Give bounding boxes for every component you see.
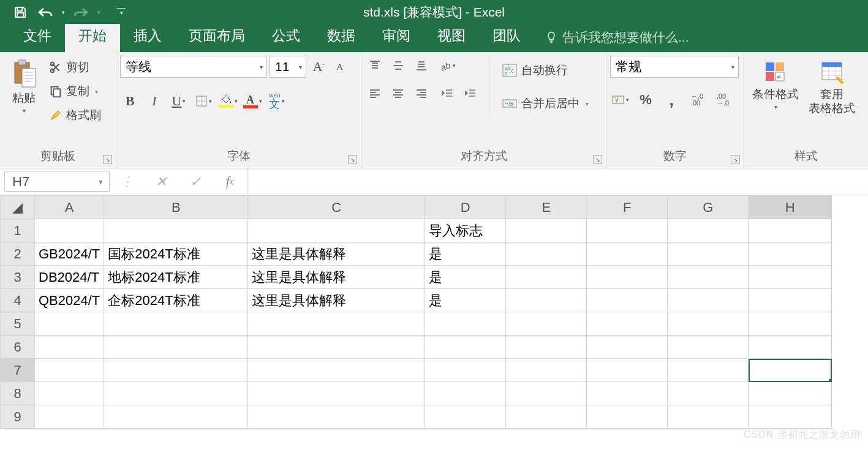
alignment-launcher[interactable]: ↘ — [593, 155, 602, 164]
cell[interactable] — [104, 312, 248, 336]
cell[interactable] — [587, 243, 668, 266]
cell[interactable] — [425, 312, 506, 336]
tab-insert[interactable]: 插入 — [120, 20, 175, 52]
cell[interactable] — [506, 336, 587, 359]
column-header[interactable]: C — [248, 196, 425, 219]
cell[interactable] — [587, 359, 668, 382]
font-name-combo[interactable]: 等线▾ — [120, 56, 267, 78]
select-all-corner[interactable]: ◢ — [1, 196, 35, 219]
cell[interactable] — [425, 359, 506, 382]
cell[interactable] — [749, 336, 832, 359]
wrap-text-button[interactable]: abc 自动换行 — [498, 56, 592, 85]
cell[interactable] — [35, 219, 104, 243]
row-header[interactable]: 3 — [1, 266, 35, 289]
phonetic-guide-button[interactable]: wén文▾ — [267, 91, 287, 111]
cell[interactable] — [425, 405, 506, 429]
tab-data[interactable]: 数据 — [314, 20, 369, 52]
cell[interactable]: 地标2024T标准 — [104, 266, 248, 289]
cell[interactable] — [587, 382, 668, 405]
cell[interactable] — [749, 312, 832, 336]
expand-fx-icon[interactable]: ⋮ — [110, 174, 144, 190]
cell[interactable] — [506, 266, 587, 289]
cell[interactable] — [668, 405, 749, 429]
font-size-combo[interactable]: 11▾ — [270, 56, 306, 78]
cell[interactable] — [668, 359, 749, 382]
merge-center-button[interactable]: a 合并后居中▾ — [498, 89, 592, 118]
cell[interactable] — [506, 359, 587, 382]
column-header[interactable]: E — [506, 196, 587, 219]
cell[interactable]: DB2024/T — [35, 266, 104, 289]
font-launcher[interactable]: ↘ — [348, 155, 357, 164]
increase-font-button[interactable]: Aˆ — [309, 57, 328, 77]
qat-customize-icon[interactable]: ▾ — [117, 8, 126, 16]
number-format-combo[interactable]: 常规▾ — [610, 56, 739, 78]
tell-me-search[interactable]: 告诉我您想要做什么... — [534, 23, 700, 52]
cell[interactable] — [506, 405, 587, 429]
row-header[interactable]: 1 — [1, 219, 35, 243]
row-header[interactable]: 2 — [1, 243, 35, 266]
align-bottom-button[interactable] — [412, 56, 431, 75]
cell[interactable] — [104, 382, 248, 405]
cell[interactable] — [668, 266, 749, 289]
cell[interactable] — [587, 219, 668, 243]
percent-button[interactable]: % — [636, 90, 655, 110]
cell[interactable] — [749, 382, 832, 405]
cell[interactable]: 是 — [425, 289, 506, 312]
format-painter-button[interactable]: 格式刷 — [45, 103, 105, 127]
confirm-formula-button[interactable]: ✓ — [178, 174, 213, 190]
cell[interactable]: 是 — [425, 243, 506, 266]
redo-dropdown-icon[interactable]: ▾ — [94, 9, 103, 15]
copy-button[interactable]: 复制▾ — [45, 80, 105, 103]
cell[interactable] — [35, 359, 104, 382]
cell[interactable] — [506, 382, 587, 405]
cell[interactable] — [35, 312, 104, 336]
column-header[interactable]: D — [425, 196, 506, 219]
cell[interactable] — [587, 289, 668, 312]
cell[interactable] — [35, 405, 104, 429]
cell[interactable] — [248, 336, 425, 359]
borders-button[interactable]: ▾ — [194, 91, 213, 111]
cell[interactable] — [506, 219, 587, 243]
comma-style-button[interactable]: , — [662, 90, 681, 110]
tab-team[interactable]: 团队 — [479, 20, 534, 52]
cell[interactable] — [35, 336, 104, 359]
cell[interactable] — [749, 405, 832, 429]
cell[interactable]: 是 — [425, 266, 506, 289]
decrease-indent-button[interactable] — [437, 84, 457, 103]
row-header[interactable]: 7 — [1, 359, 35, 382]
italic-button[interactable]: I — [145, 91, 164, 111]
cell[interactable] — [668, 243, 749, 266]
cell[interactable] — [749, 243, 832, 266]
cell[interactable] — [248, 359, 425, 382]
cell[interactable] — [104, 405, 248, 429]
tab-home[interactable]: 开始 — [65, 20, 120, 52]
cell[interactable] — [248, 382, 425, 405]
number-launcher[interactable]: ↘ — [731, 155, 740, 164]
row-header[interactable]: 6 — [1, 336, 35, 359]
fill-color-button[interactable]: ▾ — [218, 91, 238, 111]
decrease-decimal-button[interactable]: .00→.0 — [713, 90, 733, 110]
row-header[interactable]: 4 — [1, 289, 35, 312]
cell[interactable]: 这里是具体解释 — [248, 289, 425, 312]
column-header[interactable]: H — [749, 196, 832, 219]
cell[interactable]: 这里是具体解释 — [248, 243, 425, 266]
accounting-format-button[interactable]: ¥▾ — [610, 90, 630, 110]
cell[interactable] — [668, 312, 749, 336]
save-button[interactable] — [9, 1, 32, 24]
cell[interactable] — [668, 382, 749, 405]
cell[interactable] — [104, 336, 248, 359]
redo-button[interactable] — [69, 1, 92, 24]
cell[interactable] — [104, 219, 248, 243]
cell[interactable] — [749, 289, 832, 312]
column-header[interactable]: A — [35, 196, 104, 219]
increase-decimal-button[interactable]: ←.0.00 — [687, 90, 707, 110]
decrease-font-button[interactable]: Aˇ — [331, 57, 350, 77]
cell[interactable] — [506, 243, 587, 266]
cell[interactable]: 导入标志 — [425, 219, 506, 243]
column-header[interactable]: G — [668, 196, 749, 219]
underline-button[interactable]: U▾ — [169, 91, 189, 111]
align-center-button[interactable] — [388, 84, 408, 103]
undo-button[interactable] — [34, 1, 57, 24]
column-header[interactable]: F — [587, 196, 668, 219]
row-header[interactable]: 9 — [1, 405, 35, 429]
